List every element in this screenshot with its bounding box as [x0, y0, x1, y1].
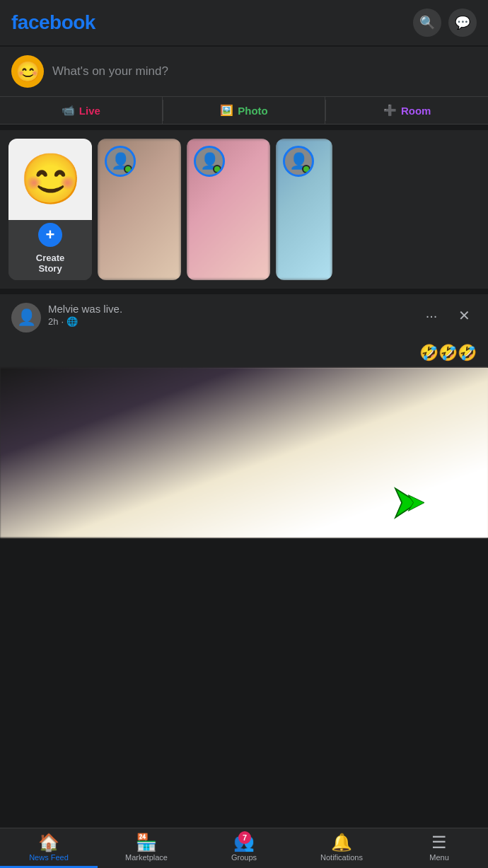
avatar-emoji: 😊 [16, 60, 40, 83]
messenger-button[interactable]: 💬 [448, 8, 477, 37]
composer-placeholder[interactable]: What's on your mind? [52, 64, 477, 79]
nav-marketplace[interactable]: 🏪 Marketplace [98, 828, 195, 868]
visibility-icon: 🌐 [66, 316, 78, 327]
bottom-nav: 🏠 News Feed 🏪 Marketplace 👥 7 Groups 🔔 N… [0, 828, 488, 868]
story-avatar-3: 👤 [283, 146, 314, 177]
notifications-label: Notifications [320, 853, 363, 862]
composer-avatar: 😊 [11, 55, 44, 88]
post-reactions: 🤣🤣🤣 [0, 338, 488, 368]
post-header: 👤 Melvie was live. 2h · 🌐 ··· ✕ [0, 294, 488, 338]
photo-button[interactable]: 🖼️ Photo [163, 97, 326, 124]
room-button[interactable]: ➕ Room [326, 97, 488, 124]
photo-label: Photo [238, 105, 268, 117]
green-arrow-icon [389, 485, 424, 521]
search-icon: 🔍 [419, 15, 435, 30]
nav-menu[interactable]: ☰ Menu [390, 828, 488, 868]
menu-label: Menu [429, 853, 449, 862]
post-header-actions: ··· ✕ [419, 303, 477, 328]
story-card-2[interactable]: 👤 [187, 139, 270, 280]
create-story-label: CreateStory [36, 253, 64, 274]
menu-icon: ☰ [431, 834, 447, 851]
online-indicator-3 [302, 165, 310, 173]
nav-groups[interactable]: 👥 7 Groups [195, 828, 293, 868]
post-composer[interactable]: 😊 What's on your mind? [0, 47, 488, 97]
news-feed-label: News Feed [29, 853, 69, 862]
arrow-indicator [389, 485, 424, 523]
header: facebook 🔍 💬 [0, 0, 488, 45]
live-icon: 📹 [62, 104, 75, 117]
story-card-1[interactable]: 👤 [98, 139, 181, 280]
nav-notifications[interactable]: 🔔 Notifications [293, 828, 390, 868]
online-indicator-2 [213, 165, 221, 173]
stories-section: 😊 + CreateStory 👤 👤 👤 [0, 130, 488, 289]
marketplace-label: Marketplace [125, 853, 168, 862]
story-avatar-1: 👤 [105, 146, 136, 177]
bottom-spacer [0, 543, 488, 593]
room-label: Room [401, 105, 431, 117]
create-story-card[interactable]: 😊 + CreateStory [8, 139, 92, 280]
create-story-bottom: + CreateStory [8, 220, 92, 280]
groups-label: Groups [231, 853, 257, 862]
photo-icon: 🖼️ [220, 104, 233, 117]
action-bar: 📹 Live 🖼️ Photo ➕ Room [0, 97, 488, 125]
nav-news-feed[interactable]: 🏠 News Feed [0, 828, 98, 868]
feed-section: 👤 Melvie was live. 2h · 🌐 ··· ✕ 🤣🤣🤣 [0, 294, 488, 538]
post-image [0, 368, 488, 538]
messenger-icon: 💬 [455, 15, 470, 30]
groups-badge: 7 [238, 831, 251, 844]
header-icons: 🔍 💬 [413, 8, 477, 37]
more-options-button[interactable]: ··· [419, 303, 444, 328]
search-button[interactable]: 🔍 [413, 8, 441, 37]
facebook-logo: facebook [11, 11, 95, 34]
post-timestamp: 2h · 🌐 [48, 316, 412, 327]
create-story-plus-icon: + [38, 223, 62, 247]
live-label: Live [79, 105, 100, 117]
live-button[interactable]: 📹 Live [0, 97, 163, 124]
online-indicator-1 [124, 165, 132, 173]
post-card-1: 👤 Melvie was live. 2h · 🌐 ··· ✕ 🤣🤣🤣 [0, 294, 488, 538]
post-author-avatar: 👤 [11, 303, 41, 332]
news-feed-icon: 🏠 [38, 834, 59, 851]
notifications-icon: 🔔 [331, 834, 352, 851]
story-avatar-2: 👤 [194, 146, 225, 177]
post-meta: Melvie was live. 2h · 🌐 [48, 303, 412, 327]
story-card-3[interactable]: 👤 [276, 139, 332, 280]
post-author-name: Melvie was live. [48, 303, 412, 315]
create-story-emoji: 😊 [8, 139, 92, 220]
room-icon: ➕ [383, 104, 397, 117]
close-post-button[interactable]: ✕ [451, 303, 477, 328]
marketplace-icon: 🏪 [136, 834, 157, 851]
